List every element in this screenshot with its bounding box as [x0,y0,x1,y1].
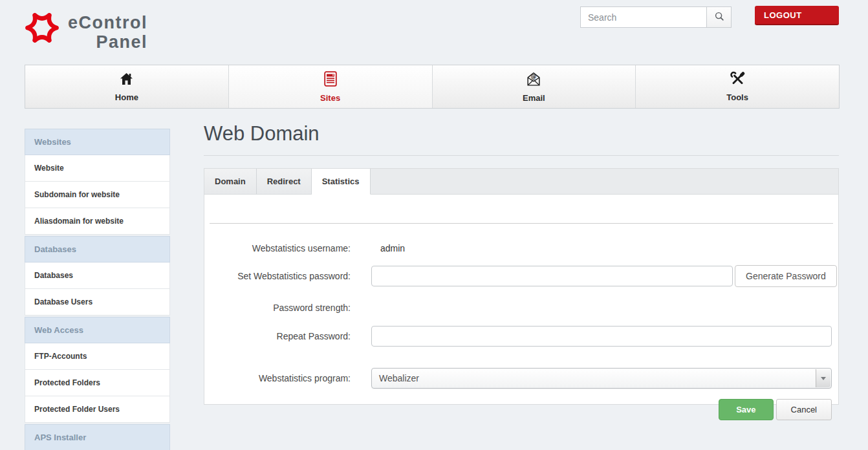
sidebar-header-web-access[interactable]: Web Access [25,317,170,343]
repeat-password-label: Repeat Password: [204,331,351,341]
email-icon: @ [525,71,542,90]
webstatistics-username-value: admin [380,243,405,253]
sidebar: Websites Website Subdomain for website A… [25,129,170,450]
nav-label-home: Home [115,92,138,102]
sites-icon [323,70,338,90]
row-set-password: Set Webstatistics password: Generate Pas… [204,265,838,287]
webstatistics-password-input[interactable] [371,266,733,286]
nav-label-email: Email [523,93,545,103]
sidebar-item-subdomain[interactable]: Subdomain for website [25,182,170,208]
nav-item-sites[interactable]: Sites [228,65,432,108]
webstatistics-program-label: Webstatistics program: [204,373,351,383]
nav-item-email[interactable]: @ Email [432,65,636,108]
sidebar-item-protected-folder-users[interactable]: Protected Folder Users [25,396,170,423]
sidebar-header-databases[interactable]: Databases [25,236,170,262]
nav-label-sites: Sites [320,93,340,103]
page-header: eControl Panel LOGOUT [0,0,868,65]
main-navbar: Home Sites @ Email [25,65,840,109]
app-logo[interactable]: eControl Panel [22,6,147,52]
tab-bar: Domain Redirect Statistics [204,169,838,195]
svg-text:@: @ [531,73,537,80]
save-button[interactable]: Save [719,399,773,420]
tools-icon [730,71,746,89]
search-button[interactable] [706,6,732,28]
sidebar-item-protected-folders[interactable]: Protected Folders [25,370,170,396]
logo-line2: Panel [68,32,147,52]
sidebar-item-databases[interactable]: Databases [25,262,170,289]
sidebar-item-ftp-accounts[interactable]: FTP-Accounts [25,343,170,370]
sidebar-header-aps-installer[interactable]: APS Installer [25,424,170,450]
generate-password-button[interactable]: Generate Password [735,265,837,287]
chevron-down-icon [821,377,826,380]
form-top-divider [210,223,833,224]
row-password-strength: Password strength: [204,297,838,318]
search-icon [713,10,725,24]
repeat-password-input[interactable] [371,326,832,347]
sidebar-item-aliasdomain[interactable]: Aliasdomain for website [25,208,170,235]
statistics-form: Webstatistics username: admin Set Websta… [204,238,838,420]
logo-line1: eControl [68,13,147,32]
tab-domain[interactable]: Domain [204,169,257,194]
sidebar-header-websites[interactable]: Websites [25,129,170,155]
logo-text: eControl Panel [68,13,147,52]
web-domain-panel: Domain Redirect Statistics Webstatistics… [204,168,839,405]
password-strength-label: Password strength: [204,303,351,313]
main-column: Web Domain Domain Redirect Statistics We… [204,121,839,450]
home-icon [118,71,135,89]
form-actions: Save Cancel [204,399,838,420]
sidebar-item-website[interactable]: Website [25,155,170,182]
sidebar-item-database-users[interactable]: Database Users [25,289,170,316]
logout-button[interactable]: LOGOUT [755,6,839,25]
content-area: Websites Website Subdomain for website A… [25,121,868,450]
row-webstatistics-program: Webstatistics program: Webalizer [204,368,838,389]
page-title: Web Domain [204,121,839,147]
tab-statistics[interactable]: Statistics [312,169,371,195]
row-repeat-password: Repeat Password: [204,326,838,347]
search-input[interactable] [580,6,707,28]
logo-star-icon [22,6,62,50]
cancel-button[interactable]: Cancel [776,399,832,420]
select-arrow-button[interactable] [816,369,830,387]
tab-redirect[interactable]: Redirect [257,169,312,194]
set-password-label: Set Webstatistics password: [204,271,351,281]
search-area [580,6,732,28]
nav-item-tools[interactable]: Tools [635,65,839,108]
nav-item-home[interactable]: Home [25,65,228,108]
webstatistics-username-label: Webstatistics username: [204,243,351,253]
row-webstatistics-username: Webstatistics username: admin [204,238,838,259]
webstatistics-program-selected: Webalizer [372,369,831,388]
webstatistics-program-select[interactable]: Webalizer [371,368,832,389]
title-divider [204,155,839,156]
nav-label-tools: Tools [726,92,748,102]
